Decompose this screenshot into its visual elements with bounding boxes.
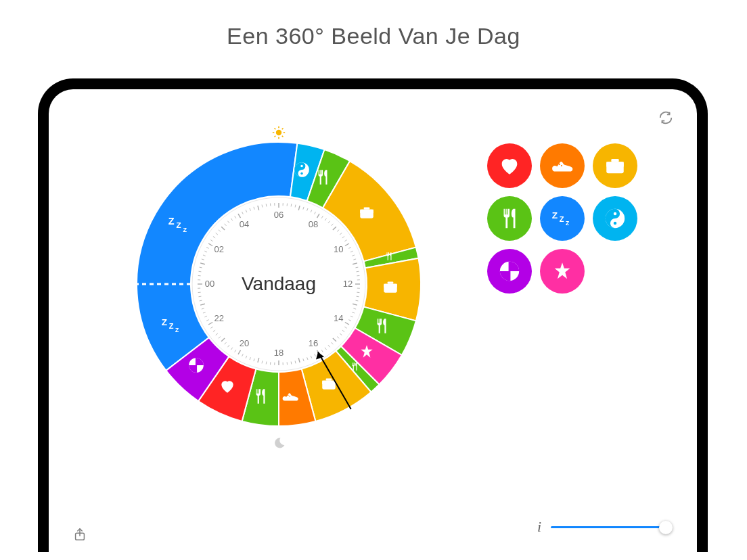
svg-rect-22 xyxy=(360,209,374,212)
refresh-button[interactable] xyxy=(656,108,675,127)
hour-label-20: 20 xyxy=(240,338,249,348)
hour-label-06: 06 xyxy=(274,210,284,220)
svg-rect-29 xyxy=(326,379,332,381)
svg-text:Z: Z xyxy=(566,220,569,227)
palette-food[interactable] xyxy=(487,196,532,241)
palette-star[interactable] xyxy=(540,249,585,294)
palette-heart[interactable] xyxy=(487,143,532,188)
slider-thumb[interactable] xyxy=(659,521,673,534)
svg-line-9 xyxy=(282,129,284,130)
day-clock[interactable]: Z Z Z Z Z Z 000204060810121416182022 Van… xyxy=(130,135,428,433)
hour-label-10: 10 xyxy=(334,244,343,254)
app-screen: Z Z Z Z Z Z 000204060810121416182022 Van… xyxy=(57,97,689,552)
svg-text:Z: Z xyxy=(552,210,558,220)
svg-rect-157 xyxy=(606,162,624,166)
svg-point-155 xyxy=(561,165,562,166)
svg-rect-28 xyxy=(322,381,336,384)
slider-track[interactable] xyxy=(551,526,666,528)
svg-point-20 xyxy=(300,172,302,174)
hour-label-14: 14 xyxy=(334,313,343,323)
svg-text:Z: Z xyxy=(175,327,179,333)
svg-text:Z: Z xyxy=(183,227,187,233)
svg-text:Z: Z xyxy=(169,322,174,330)
palette-briefcase[interactable] xyxy=(593,143,637,188)
svg-point-19 xyxy=(300,165,302,167)
palette-yinyang[interactable] xyxy=(593,196,637,241)
svg-point-154 xyxy=(559,164,560,165)
info-icon[interactable]: i xyxy=(537,518,541,536)
hour-label-04: 04 xyxy=(240,219,249,229)
svg-text:Z: Z xyxy=(176,220,181,229)
hour-label-16: 16 xyxy=(309,338,318,348)
clock-center-label: Vandaag xyxy=(130,273,428,295)
svg-text:Z: Z xyxy=(162,317,167,327)
category-palette: Z Z Z xyxy=(487,143,639,295)
svg-point-1 xyxy=(276,130,281,135)
svg-point-30 xyxy=(288,394,289,396)
hour-label-22: 22 xyxy=(214,313,223,323)
svg-point-163 xyxy=(614,212,617,216)
tablet-frame: Z Z Z Z Z Z 000204060810121416182022 Van… xyxy=(38,78,708,552)
zoom-slider[interactable]: i xyxy=(537,518,666,536)
moon-icon xyxy=(273,437,286,449)
hour-label-08: 08 xyxy=(309,219,318,229)
hour-label-18: 18 xyxy=(274,348,284,358)
palette-beachball[interactable] xyxy=(487,249,532,294)
palette-sleep[interactable]: Z Z Z xyxy=(540,196,585,241)
svg-text:Z: Z xyxy=(560,215,564,223)
svg-rect-23 xyxy=(364,207,370,209)
svg-text:Z: Z xyxy=(168,216,175,227)
svg-point-164 xyxy=(614,222,617,225)
page-title: Een 360° Beeld Van Je Dag xyxy=(0,23,747,49)
share-button[interactable] xyxy=(70,525,89,544)
svg-line-6 xyxy=(275,129,276,130)
svg-rect-158 xyxy=(611,159,618,162)
svg-point-31 xyxy=(290,396,291,397)
palette-shoe[interactable] xyxy=(540,143,585,188)
hour-label-02: 02 xyxy=(214,244,223,254)
